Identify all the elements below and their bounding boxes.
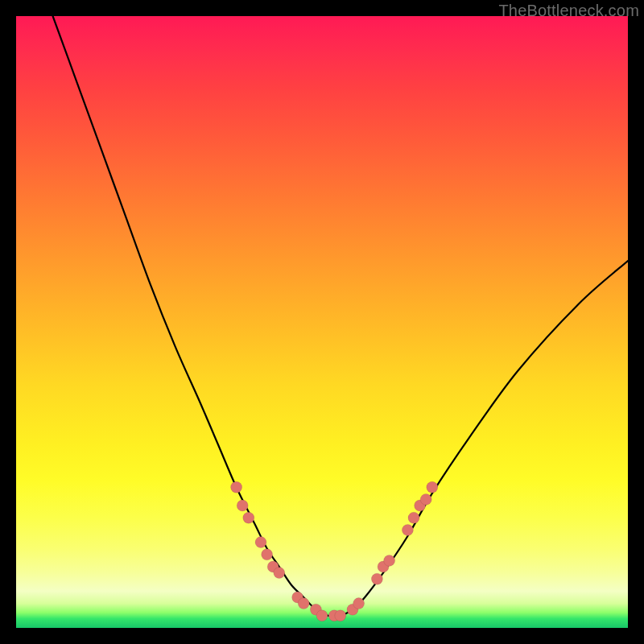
bottleneck-curve [53, 16, 628, 617]
data-marker [402, 524, 413, 535]
marker-layer [231, 481, 438, 621]
data-marker [237, 500, 248, 511]
data-marker [298, 598, 309, 609]
data-marker [243, 512, 254, 523]
data-marker [371, 573, 382, 584]
chart-svg [16, 16, 628, 628]
data-marker [384, 555, 395, 566]
data-marker [231, 481, 242, 493]
data-marker [274, 568, 285, 579]
chart-frame [16, 16, 628, 628]
data-marker [420, 493, 431, 505]
data-marker [427, 481, 438, 493]
data-marker [408, 512, 419, 523]
data-marker [262, 549, 273, 560]
data-marker [335, 610, 346, 621]
data-marker [353, 598, 365, 609]
data-marker [255, 537, 266, 548]
data-marker [316, 610, 328, 621]
watermark-text: TheBottleneck.com [498, 2, 639, 20]
